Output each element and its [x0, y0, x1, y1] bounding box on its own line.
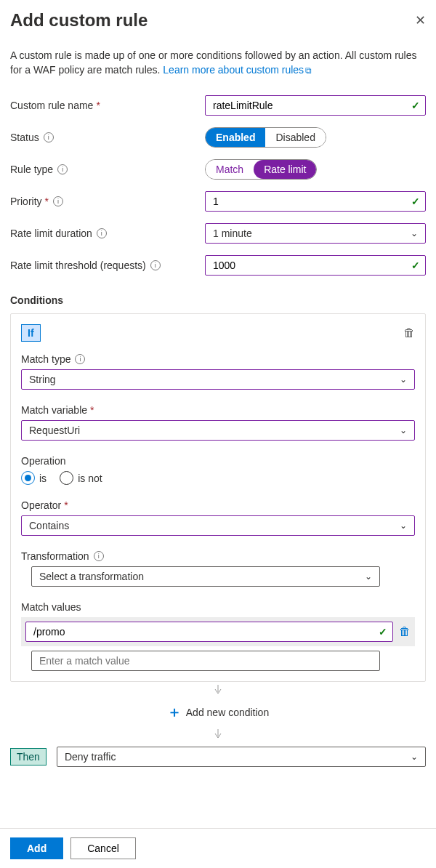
match-variable-select[interactable]: RequestUri ⌄ — [21, 420, 415, 441]
connector-line — [10, 682, 426, 698]
operator-select[interactable]: Contains ⌄ — [21, 515, 415, 536]
match-value-input[interactable] — [25, 622, 393, 642]
check-icon: ✓ — [379, 626, 387, 638]
priority-label: Priority — [10, 196, 42, 207]
rate-limit-threshold-input[interactable] — [205, 255, 426, 276]
condition-block: If 🗑 Match type i String ⌄ Match variabl… — [10, 313, 426, 682]
operator-label: Operator — [21, 499, 61, 511]
rule-type-rate-limit[interactable]: Rate limit — [254, 160, 316, 179]
priority-input[interactable] — [205, 191, 426, 212]
match-variable-label: Match variable — [21, 404, 87, 416]
custom-rule-name-label: Custom rule name — [10, 100, 93, 111]
chevron-down-icon: ⌄ — [400, 521, 407, 531]
check-icon: ✓ — [411, 100, 420, 111]
connector-line — [10, 726, 426, 742]
transformation-label: Transformation — [21, 550, 89, 562]
chevron-down-icon: ⌄ — [365, 571, 372, 582]
custom-rule-name-input[interactable] — [205, 95, 426, 116]
rate-limit-duration-label: Rate limit duration — [10, 228, 92, 239]
status-label: Status — [10, 132, 39, 143]
external-link-icon: ⧉ — [305, 65, 312, 76]
required-indicator: * — [90, 404, 94, 416]
info-icon[interactable]: i — [94, 551, 104, 561]
rule-type-toggle[interactable]: Match Rate limit — [205, 159, 317, 180]
check-icon: ✓ — [411, 260, 420, 271]
rule-type-label: Rule type — [10, 164, 53, 175]
info-icon[interactable]: i — [97, 228, 107, 238]
panel-title: Add custom rule — [10, 10, 148, 31]
match-type-label: Match type — [21, 353, 70, 365]
add-condition-button[interactable]: ＋ Add new condition — [10, 698, 426, 726]
info-icon[interactable]: i — [57, 164, 68, 174]
info-icon[interactable]: i — [44, 132, 54, 142]
status-disabled[interactable]: Disabled — [265, 128, 325, 147]
check-icon: ✓ — [411, 196, 420, 207]
delete-condition-icon[interactable]: 🗑 — [403, 326, 415, 339]
chevron-down-icon: ⌄ — [411, 228, 418, 238]
if-badge: If — [21, 324, 41, 342]
operation-label: Operation — [21, 455, 65, 467]
info-icon[interactable]: i — [150, 260, 161, 270]
chevron-down-icon: ⌄ — [400, 425, 407, 435]
required-indicator: * — [96, 100, 100, 111]
match-values-label: Match values — [21, 601, 81, 613]
rule-type-match[interactable]: Match — [206, 160, 254, 179]
chevron-down-icon: ⌄ — [400, 374, 407, 385]
conditions-title: Conditions — [10, 294, 426, 306]
required-indicator: * — [64, 499, 68, 511]
rate-limit-threshold-label: Rate limit threshold (requests) — [10, 260, 146, 271]
info-icon[interactable]: i — [75, 354, 85, 364]
rate-limit-duration-select[interactable]: 1 minute ⌄ — [205, 223, 426, 244]
delete-match-value-icon[interactable]: 🗑 — [399, 625, 411, 638]
description: A custom rule is made up of one or more … — [10, 48, 426, 78]
required-indicator: * — [45, 196, 49, 207]
operation-is-radio[interactable]: is — [21, 471, 47, 485]
info-icon[interactable]: i — [53, 196, 63, 206]
match-type-select[interactable]: String ⌄ — [21, 369, 415, 390]
then-badge: Then — [10, 748, 47, 765]
then-action-select[interactable]: Deny traffic ⌄ — [57, 747, 426, 767]
status-enabled[interactable]: Enabled — [206, 128, 265, 147]
operation-is-not-radio[interactable]: is not — [60, 471, 102, 485]
status-toggle[interactable]: Enabled Disabled — [205, 127, 326, 148]
chevron-down-icon: ⌄ — [411, 752, 418, 762]
plus-icon: ＋ — [167, 702, 182, 722]
close-icon[interactable]: ✕ — [415, 12, 426, 28]
learn-more-link[interactable]: Learn more about custom rules⧉ — [163, 64, 312, 76]
match-value-new-input[interactable] — [31, 651, 380, 671]
transformation-select[interactable]: Select a transformation ⌄ — [31, 566, 380, 587]
